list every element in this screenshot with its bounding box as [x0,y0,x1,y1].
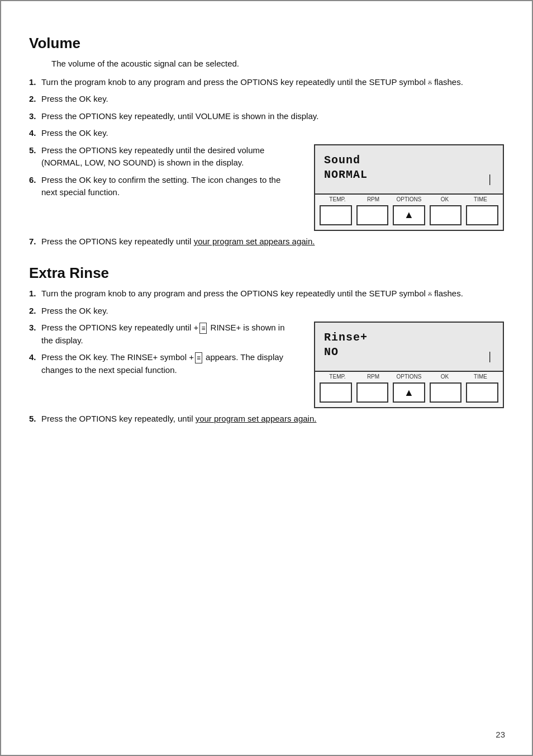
label-time: TIME [463,196,498,202]
extra-rinse-display-panel-container: Rinse+ NO ▏ TEMP. RPM OPTIONS OK TIME [314,322,504,408]
label-rpm: RPM [355,374,391,380]
btn-temp[interactable] [320,205,352,225]
program-set-link[interactable]: your program set appears again. [196,414,317,423]
btn-ok[interactable] [430,205,462,225]
rinse-icon: ≡ [199,323,207,334]
step-text: Turn the program knob to any program and… [41,287,463,300]
step-number: 6. [29,174,41,187]
extra-rinse-step-3: 3. Press the OPTIONS key repeatedly unti… [29,322,297,347]
btn-ok[interactable] [430,382,462,403]
display-line2: NO [324,345,494,360]
btn-rpm[interactable] [356,382,389,403]
step-number: 7. [29,235,41,248]
btn-options[interactable] [393,205,425,225]
step-text: Press the OK key. [41,305,108,318]
step-number: 1. [29,76,41,89]
btn-time[interactable] [466,382,498,403]
step-number: 4. [29,127,41,140]
volume-heading: Volume [29,35,504,52]
btn-temp[interactable] [320,382,352,403]
step-number: 2. [29,93,41,106]
label-temp: TEMP. [320,196,355,202]
step-number: 3. [29,322,41,334]
btn-time[interactable] [466,205,498,225]
step-number: 5. [29,413,41,426]
button-labels: TEMP. RPM OPTIONS OK TIME [315,195,503,203]
label-rpm: RPM [355,196,391,202]
step-text: Press the OK key to confirm the setting.… [41,174,297,199]
setup-flag-icon: ⰻ [428,78,432,89]
extra-rinse-step-2: 2. Press the OK key. [29,305,504,318]
step-text: Press the OPTIONS key repeatedly until +… [41,322,297,347]
volume-display-panel-container: Sound NORMAL ▏ TEMP. RPM OPTIONS OK TIME [314,144,504,231]
step-number: 3. [29,110,41,123]
step-number: 5. [29,144,41,157]
volume-step-7: 7. Press the OPTIONS key repeatedly unti… [29,235,504,248]
extra-rinse-section: Extra Rinse 1. Turn the program knob to … [29,264,504,426]
volume-step-5: 5. Press the OPTIONS key repeatedly unti… [29,144,297,169]
btn-options[interactable] [393,382,425,403]
step-text: Turn the program knob to any program and… [41,76,463,89]
setup-flag-icon: ⰻ [428,289,432,300]
rinse-icon: ≡ [195,352,202,363]
volume-intro: The volume of the acoustic signal can be… [51,58,504,70]
extra-rinse-steps-display: 3. Press the OPTIONS key repeatedly unti… [29,322,504,408]
step-number: 1. [29,287,41,300]
volume-display: Sound NORMAL ▏ [314,144,504,195]
display-setup-icon: ▏ [489,352,495,363]
program-set-link[interactable]: your program set appears again. [194,237,315,246]
extra-rinse-heading: Extra Rinse [29,264,504,282]
volume-button-row: TEMP. RPM OPTIONS OK TIME [314,195,504,231]
button-boxes [315,203,503,230]
step-number: 2. [29,305,41,318]
step-text: Press the OPTIONS key repeatedly until y… [41,235,315,248]
volume-section: Volume The volume of the acoustic signal… [29,35,504,248]
volume-step-2: 2. Press the OK key. [29,93,504,106]
volume-step-4: 4. Press the OK key. [29,127,504,140]
volume-steps-left: 5. Press the OPTIONS key repeatedly unti… [29,144,297,204]
step-text: Press the OPTIONS key repeatedly, until … [41,413,316,426]
label-ok: OK [427,196,463,202]
step-text: Press the OPTIONS key repeatedly until t… [41,144,297,169]
button-labels: TEMP. RPM OPTIONS OK TIME [315,372,503,380]
label-temp: TEMP. [320,374,355,380]
display-line1: Sound [324,153,494,168]
extra-rinse-step-5: 5. Press the OPTIONS key repeatedly, unt… [29,413,504,426]
btn-rpm[interactable] [356,205,389,225]
extra-rinse-display: Rinse+ NO ▏ [314,322,504,372]
extra-rinse-button-row: TEMP. RPM OPTIONS OK TIME [314,372,504,408]
page-number: 23 [496,730,505,739]
extra-rinse-steps-top: 1. Turn the program knob to any program … [29,287,504,317]
step-text: Press the OK key. [41,127,108,140]
label-ok: OK [427,374,463,380]
label-options: OPTIONS [391,374,427,380]
extra-rinse-step-4: 4. Press the OK key. The RINSE+ symbol +… [29,351,297,376]
volume-steps-display: 5. Press the OPTIONS key repeatedly unti… [29,144,504,231]
display-line1: Rinse+ [324,330,494,345]
step-number: 4. [29,351,41,364]
label-options: OPTIONS [391,196,427,202]
display-line2: NORMAL [324,168,494,182]
extra-rinse-steps-left: 3. Press the OPTIONS key repeatedly unti… [29,322,297,381]
volume-step-3: 3. Press the OPTIONS key repeatedly, unt… [29,110,504,123]
extra-rinse-step-1: 1. Turn the program knob to any program … [29,287,504,300]
volume-step-6: 6. Press the OK key to confirm the setti… [29,174,297,199]
step-text: Press the OPTIONS key repeatedly, until … [41,110,318,123]
volume-steps-top: 1. Turn the program knob to any program … [29,76,504,140]
button-boxes [315,380,503,407]
step-text: Press the OK key. The RINSE+ symbol +≡ a… [41,351,297,376]
label-time: TIME [463,374,498,380]
display-setup-icon: ▏ [489,174,495,186]
step-text: Press the OK key. [41,93,108,106]
volume-step-1: 1. Turn the program knob to any program … [29,76,504,89]
